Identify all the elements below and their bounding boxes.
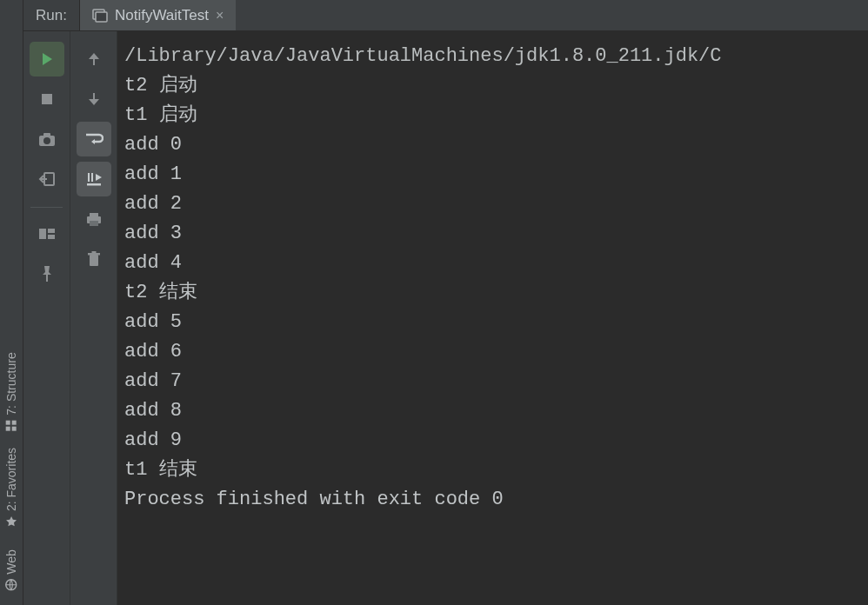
print-button[interactable] [77,202,111,236]
console-line: add 0 [117,130,868,160]
close-tab-button[interactable]: × [216,8,224,23]
console-line: add 7 [117,367,868,396]
svg-point-10 [43,137,50,144]
svg-rect-19 [90,221,98,226]
exit-button[interactable] [30,162,64,196]
run-toolbar-secondary [70,31,117,605]
rail-label-favorites: 2: Favorites [4,448,18,511]
svg-rect-3 [12,427,17,431]
play-icon [39,51,55,67]
svg-rect-15 [46,275,48,282]
structure-icon [5,420,17,432]
application-icon [92,8,108,23]
console-line: Process finished with exit code 0 [117,485,868,515]
down-stack-button[interactable] [77,82,111,116]
pin-button[interactable] [30,256,64,291]
trash-icon [87,250,101,268]
layout-icon [38,227,56,241]
svg-rect-6 [96,12,107,22]
dump-threads-button[interactable] [30,122,64,156]
camera-icon [38,131,56,147]
console-line: add 6 [117,337,868,367]
console-line: add 8 [117,396,868,426]
arrow-up-icon [87,51,101,67]
run-label: Run: [23,0,80,30]
console-line: t2 启动 [117,71,868,101]
svg-rect-9 [43,133,50,136]
rail-label-web: Web [4,549,18,575]
stop-button[interactable] [30,82,64,116]
layout-button[interactable] [30,216,64,251]
console-line: add 1 [117,160,868,189]
console-line: add 2 [117,189,868,219]
clear-all-button[interactable] [77,242,111,276]
globe-icon [5,579,17,591]
svg-rect-14 [48,235,55,239]
arrow-down-icon [87,91,101,107]
up-stack-button[interactable] [77,42,111,76]
svg-rect-12 [39,229,46,239]
pin-icon [40,265,54,283]
star-icon [5,515,17,528]
svg-rect-1 [12,421,17,425]
rerun-button[interactable] [30,42,64,76]
svg-rect-13 [48,229,55,233]
scroll-to-end-button[interactable] [77,162,111,196]
console-output[interactable]: /Library/Java/JavaVirtualMachines/jdk1.8… [117,31,868,605]
print-icon [85,211,103,227]
svg-rect-16 [87,183,101,186]
console-line: t2 结束 [117,278,868,308]
svg-rect-0 [6,421,10,425]
svg-rect-2 [6,427,10,431]
console-line: /Library/Java/JavaVirtualMachines/jdk1.8… [117,42,868,71]
rail-item-web[interactable]: Web [0,549,37,591]
svg-rect-18 [90,213,98,217]
svg-rect-20 [90,255,98,266]
console-line: add 5 [117,308,868,337]
rail-item-favorites[interactable]: 2: Favorites [0,448,50,528]
soft-wrap-button[interactable] [77,122,111,156]
console-line: add 3 [117,219,868,249]
rail-label-structure: 7: Structure [4,352,18,415]
run-config-tab[interactable]: NotifyWaitTest × [80,0,237,30]
left-tool-rail: 7: Structure 2: Favorites Web [0,0,23,605]
soft-wrap-icon [84,132,103,146]
console-line: add 4 [117,249,868,278]
run-tab-row: Run: NotifyWaitTest × [23,0,868,31]
svg-rect-7 [42,94,52,104]
svg-rect-22 [91,251,96,254]
scroll-end-icon [85,171,103,187]
exit-icon [38,171,56,187]
rail-item-structure[interactable]: 7: Structure [0,352,50,431]
console-line: t1 结束 [117,455,868,485]
console-line: t1 启动 [117,101,868,130]
console-line: add 9 [117,426,868,455]
stop-icon [40,92,54,106]
tab-title: NotifyWaitTest [115,7,209,24]
